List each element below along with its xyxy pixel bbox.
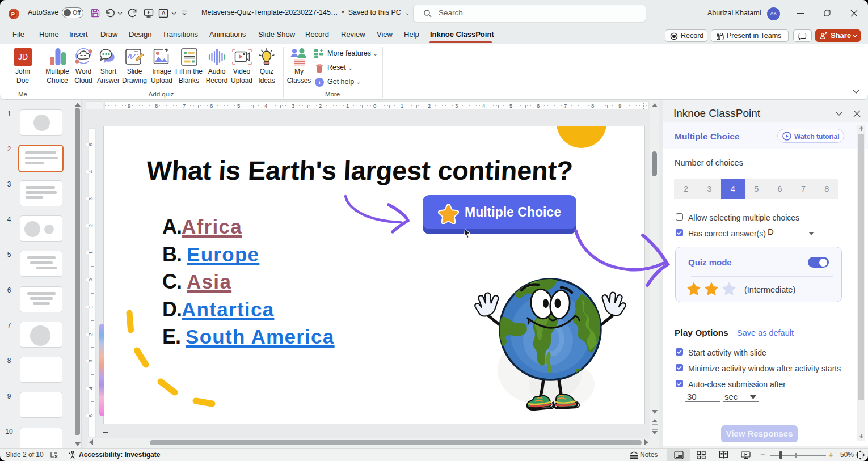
svg-text:A: A (162, 10, 166, 16)
svg-text:P: P (11, 11, 15, 17)
svg-text:i: i (318, 79, 320, 86)
